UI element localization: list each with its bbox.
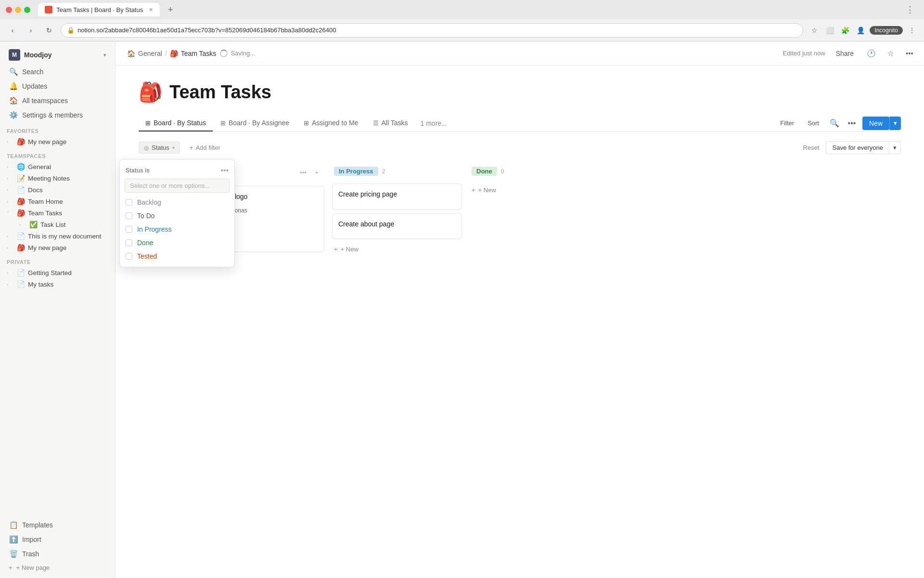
- back-btn[interactable]: ‹: [6, 24, 19, 37]
- status-checkbox[interactable]: [126, 226, 132, 233]
- status-option-tested[interactable]: Tested: [120, 250, 234, 263]
- card-create-pricing[interactable]: ✏ ••• Create pricing page: [332, 184, 462, 210]
- status-filter-chip[interactable]: ◎ Status ▾: [139, 142, 180, 154]
- more-btn[interactable]: •••: [845, 117, 859, 130]
- browser-toolbar: ‹ › ↻ 🔒 notion.so/2abbade7c80046b1ae50d1…: [0, 19, 924, 41]
- status-option-inprogress[interactable]: In Progress: [120, 223, 234, 236]
- tabs-actions: Filter Sort 🔍 ••• New ▾: [775, 117, 901, 130]
- breadcrumb-page[interactable]: Team Tasks: [181, 50, 217, 57]
- sidebar-item-getting-started[interactable]: › 📄 Getting Started: [2, 267, 113, 278]
- browser-more-icon[interactable]: ⋮: [906, 24, 918, 37]
- reset-btn[interactable]: Reset: [803, 144, 820, 151]
- sidebar-item-templates[interactable]: 📋 Templates: [2, 518, 113, 532]
- save-filter-dropdown-btn[interactable]: ▾: [889, 141, 901, 154]
- page-icon: 📄: [16, 280, 25, 288]
- sidebar-item-trash[interactable]: 🗑️ Trash: [2, 547, 113, 561]
- sidebar-item-settings[interactable]: ⚙️ Settings & members: [2, 108, 113, 122]
- status-dropdown-header: Status is •••: [120, 163, 234, 177]
- breadcrumb-home[interactable]: General: [138, 50, 162, 57]
- topbar-right: Edited just now Share 🕐 ☆ •••: [783, 47, 916, 60]
- close-window-btn[interactable]: [6, 7, 12, 13]
- add-filter-btn[interactable]: + Add filter: [185, 142, 225, 153]
- sidebar-item-label: Settings & members: [22, 111, 83, 119]
- chevron-icon: ›: [7, 164, 13, 170]
- sidebar-item-updates[interactable]: 🔔 Updates: [2, 79, 113, 93]
- extensions-icon[interactable]: 🧩: [839, 24, 851, 37]
- page-icon: 📄: [16, 269, 25, 276]
- sidebar-item-my-tasks[interactable]: › 📄 My tasks: [2, 278, 113, 290]
- private-header: Private: [0, 253, 115, 267]
- minimize-window-btn[interactable]: [15, 7, 21, 13]
- status-option-backlog[interactable]: Backlog: [120, 196, 234, 209]
- status-option-done[interactable]: Done: [120, 236, 234, 250]
- filter-btn[interactable]: Filter: [775, 117, 799, 129]
- browser-frame: Team Tasks | Board · By Status ✕ + ⋮ ‹ ›…: [0, 0, 924, 41]
- tab-close-icon[interactable]: ✕: [149, 7, 153, 13]
- browser-tab[interactable]: Team Tasks | Board · By Status ✕: [38, 3, 160, 16]
- page-title-row: 🎒 Team Tasks: [139, 81, 901, 104]
- status-checkbox[interactable]: [126, 239, 132, 246]
- sidebar-item-meeting-notes[interactable]: › 📝 Meeting Notes: [2, 172, 113, 184]
- tab-board-status[interactable]: ⊞ Board · By Status: [139, 115, 213, 131]
- sidebar-item-label: Trash: [22, 550, 39, 558]
- cast-icon[interactable]: ⬜: [823, 24, 836, 37]
- new-page-icon: +: [9, 564, 13, 571]
- search-btn[interactable]: 🔍: [828, 117, 841, 130]
- new-tab-btn[interactable]: +: [164, 3, 177, 16]
- star-icon[interactable]: ☆: [884, 47, 897, 60]
- sidebar-item-import[interactable]: ⬆️ Import: [2, 532, 113, 547]
- sidebar-item-all-teamspaces[interactable]: 🏠 All teamspaces: [2, 93, 113, 108]
- save-for-everyone-btn[interactable]: Save for everyone: [826, 141, 889, 154]
- share-btn[interactable]: Share: [831, 48, 859, 59]
- tab-assigned-to-me[interactable]: ⊞ Assigned to Me: [297, 115, 365, 131]
- card-create-about[interactable]: Create about page: [332, 213, 462, 239]
- sort-btn[interactable]: Sort: [803, 117, 824, 129]
- todo-add-btn[interactable]: +: [311, 167, 322, 178]
- tab-all-tasks[interactable]: ☰ All Tasks: [366, 115, 415, 131]
- new-dropdown-btn[interactable]: ▾: [889, 117, 901, 130]
- status-option-todo[interactable]: To Do: [120, 209, 234, 223]
- page-icon: 🎒: [16, 197, 25, 205]
- incognito-btn[interactable]: Incognito: [870, 26, 903, 35]
- sidebar-item-my-new-page-ts[interactable]: › 🎒 My new page: [2, 242, 113, 253]
- bookmark-icon[interactable]: ☆: [808, 24, 821, 37]
- board-icon: ⊞: [145, 119, 151, 127]
- refresh-btn[interactable]: ↻: [42, 24, 56, 37]
- profile-icon[interactable]: 👤: [854, 24, 867, 37]
- sidebar-item-search[interactable]: 🔍 Search: [2, 65, 113, 79]
- page-icon: 📄: [16, 186, 25, 194]
- sidebar-item-general[interactable]: › 🌐 General: [2, 161, 113, 172]
- tab-more[interactable]: 1 more...: [416, 116, 452, 131]
- sidebar-item-task-list[interactable]: › ✅ Task List: [2, 219, 113, 230]
- status-dropdown-more-icon[interactable]: •••: [220, 166, 229, 175]
- sidebar-item-team-tasks[interactable]: ˅ 🎒 Team Tasks: [2, 207, 113, 219]
- updates-icon: 🔔: [9, 81, 18, 91]
- status-search-input[interactable]: [125, 179, 229, 192]
- tab-label: Assigned to Me: [312, 119, 359, 127]
- workspace-selector[interactable]: M Moodjoy ▾: [2, 45, 113, 65]
- sidebar-item-label: Updates: [22, 82, 47, 90]
- browser-menu-icon[interactable]: ⋮: [902, 4, 918, 15]
- inprogress-add-new[interactable]: + + New: [332, 243, 462, 256]
- tab-board-assignee[interactable]: ⊞ Board · By Assignee: [214, 115, 296, 131]
- more-options-icon[interactable]: •••: [903, 47, 916, 60]
- forward-btn[interactable]: ›: [24, 24, 38, 37]
- status-checkbox[interactable]: [126, 199, 132, 206]
- history-icon[interactable]: 🕐: [864, 47, 878, 60]
- new-page-btn[interactable]: + + New page: [2, 561, 113, 574]
- status-checkbox[interactable]: [126, 253, 132, 260]
- done-add-new[interactable]: + + New: [470, 184, 600, 197]
- done-column: Done 0 + + New: [470, 164, 600, 269]
- new-main-btn[interactable]: New: [862, 117, 889, 130]
- edited-text: Edited just now: [783, 50, 825, 57]
- maximize-window-btn[interactable]: [24, 7, 30, 13]
- address-bar[interactable]: 🔒 notion.so/2abbade7c80046b1ae50d1a75ecc…: [61, 23, 803, 38]
- status-checkbox[interactable]: [126, 212, 132, 219]
- sidebar-item-team-home[interactable]: › 🎒 Team Home: [2, 196, 113, 207]
- sidebar-item-new-doc[interactable]: › 📄 This is my new document: [2, 230, 113, 242]
- app: M Moodjoy ▾ 🔍 Search 🔔 Updates 🏠 All tea…: [0, 41, 924, 578]
- todo-more-btn[interactable]: •••: [297, 167, 309, 178]
- page-icon: 📝: [16, 174, 25, 182]
- sidebar-item-docs[interactable]: › 📄 Docs: [2, 184, 113, 196]
- sidebar-item-my-new-page-fav[interactable]: › 🎒 My new page: [2, 136, 113, 147]
